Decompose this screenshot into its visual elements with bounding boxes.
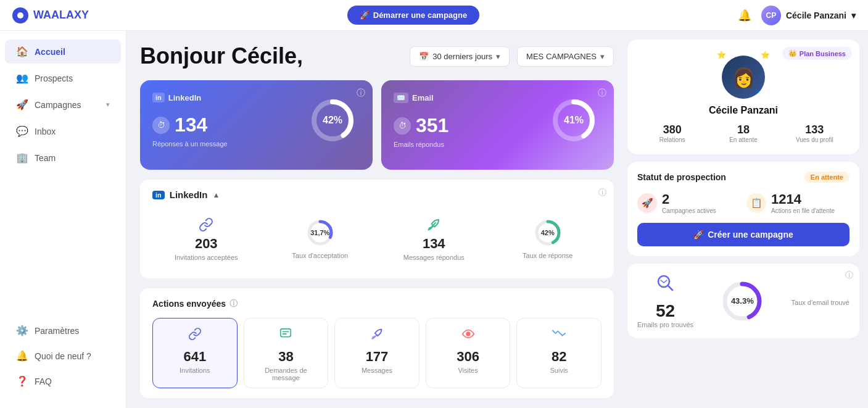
right-panel: 👑 Plan Business ⭐ 👩 in ⭐ Cécile Panzani … bbox=[627, 31, 868, 408]
email-card-left: ✉️ Email ⏱ 351 Emails répondus bbox=[394, 93, 448, 148]
linkedin-stats-grid: 203 Invitations acceptées 31,7% bbox=[152, 210, 601, 269]
home-icon: 🏠 bbox=[16, 46, 28, 57]
create-campaign-button[interactable]: 🚀 Créer une campagne bbox=[637, 223, 849, 246]
linkedin-stat-messages: 134 Messages répondus bbox=[380, 210, 488, 269]
active-campaigns-label: Campagnes actives bbox=[662, 207, 716, 214]
email-finder-left: 52 Emails pro trouvés bbox=[637, 273, 693, 328]
star-right-icon: ⭐ bbox=[761, 51, 770, 59]
profile-avatar-wrap: ⭐ 👩 in ⭐ bbox=[722, 56, 765, 99]
email-platform: ✉️ Email bbox=[394, 93, 448, 103]
linkedin-stat-response-rate: 42% Taux de réponse bbox=[494, 210, 602, 269]
demandes-action-label: Demandes de message bbox=[250, 367, 322, 381]
action-invitations[interactable]: 641 Invitations bbox=[152, 318, 238, 388]
response-rate-label: 42% bbox=[541, 229, 555, 236]
sidebar-item-accueil[interactable]: 🏠 Accueil bbox=[5, 40, 121, 64]
visites-icon bbox=[432, 327, 504, 344]
sidebar-item-label: Accueil bbox=[35, 47, 65, 57]
period-filter-button[interactable]: 📅 30 derniers jours ▾ bbox=[410, 46, 510, 67]
linkedin-badge: in bbox=[152, 93, 165, 102]
visites-count: 306 bbox=[432, 349, 504, 365]
linkedin-platform: in LinkedIn bbox=[152, 93, 228, 102]
suivis-icon bbox=[523, 327, 595, 344]
response-donut: 42% bbox=[499, 217, 597, 248]
linkedin-stat-invitations: 203 Invitations acceptées bbox=[152, 210, 260, 269]
stat-cards-row: in LinkedIn ⏱ 134 Réponses à un message bbox=[140, 80, 614, 170]
acceptance-donut: 31,7% bbox=[271, 217, 370, 248]
action-visites[interactable]: 306 Visites bbox=[426, 318, 511, 388]
prospection-title: Statut de prospection bbox=[637, 172, 726, 182]
suivis-action-label: Suivis bbox=[523, 367, 595, 374]
sidebar-item-whats-new[interactable]: 🔔 Quoi de neuf ? bbox=[5, 344, 121, 368]
sidebar: 🏠 Accueil 👥 Prospects 🚀 Campagnes ▾ 💬 In… bbox=[0, 31, 126, 408]
linkedin-stat-card: in LinkedIn ⏱ 134 Réponses à un message bbox=[140, 80, 373, 170]
period-label: 30 derniers jours bbox=[432, 52, 492, 61]
linkedin-stat-icon: ⏱ bbox=[152, 117, 170, 134]
logo-text: WAALAXY bbox=[33, 9, 89, 22]
actions-info-icon: ⓘ bbox=[229, 298, 238, 309]
linkedin-card-info-button[interactable]: ⓘ bbox=[357, 88, 365, 99]
email-stat-card: ✉️ Email ⏱ 351 Emails répondus bbox=[381, 80, 614, 170]
linkedin-stat-acceptance-rate: 31,7% Taux d'acceptation bbox=[267, 210, 374, 269]
profile-stat-pending: 18 En attente bbox=[709, 123, 777, 143]
linkedin-donut: 42% bbox=[305, 93, 360, 148]
pending-label: En attente bbox=[709, 136, 777, 143]
sidebar-item-campagnes[interactable]: 🚀 Campagnes ▾ bbox=[5, 93, 121, 117]
action-demandes[interactable]: 38 Demandes de message bbox=[244, 318, 329, 388]
sidebar-item-faq[interactable]: ❓ FAQ bbox=[5, 369, 121, 393]
queue-number: 1214 bbox=[771, 191, 835, 207]
linkedin-donut-label: 42% bbox=[323, 115, 342, 126]
profile-card: 👑 Plan Business ⭐ 👩 in ⭐ Cécile Panzani … bbox=[627, 40, 859, 154]
action-suivis[interactable]: 82 Suivis bbox=[516, 318, 601, 388]
profile-stat-views: 133 Vues du profil bbox=[781, 123, 848, 143]
queue-info: 1214 Actions en file d'attente bbox=[771, 191, 835, 214]
email-stat-label: Emails répondus bbox=[394, 141, 448, 148]
sidebar-item-inbox[interactable]: 💬 Inbox bbox=[5, 119, 121, 143]
user-menu-button[interactable]: CP Cécile Panzani ▾ bbox=[761, 6, 856, 25]
settings-icon: ⚙️ bbox=[16, 325, 28, 336]
prospects-icon: 👥 bbox=[16, 72, 28, 84]
section-chevron-icon[interactable]: ▲ bbox=[212, 191, 220, 199]
linkedin-stat-label: Réponses à un message bbox=[152, 140, 228, 148]
messages-label: Messages répondus bbox=[385, 254, 483, 261]
calendar-icon: 📅 bbox=[419, 52, 429, 61]
pending-number: 18 bbox=[709, 123, 777, 136]
invitations-label: Invitations acceptées bbox=[157, 254, 255, 261]
start-campaign-button[interactable]: 🚀 Démarrer une campagne bbox=[347, 6, 479, 25]
svg-rect-9 bbox=[281, 329, 291, 337]
email-finder-content: 52 Emails pro trouvés 43.3% Taux d'email… bbox=[637, 273, 849, 328]
svg-point-10 bbox=[466, 331, 470, 336]
messages-action-label: Messages bbox=[341, 367, 413, 374]
sidebar-item-team[interactable]: 🏢 Team bbox=[5, 146, 121, 170]
linkedin-section-info-button[interactable]: ⓘ bbox=[598, 187, 606, 198]
invitations-icon bbox=[159, 327, 231, 344]
avatar: CP bbox=[761, 6, 781, 25]
sidebar-item-label: Campagnes bbox=[35, 100, 81, 110]
bell-icon: 🔔 bbox=[16, 350, 28, 362]
faq-icon: ❓ bbox=[16, 375, 28, 387]
sidebar-item-label: Paramètres bbox=[35, 326, 79, 336]
sidebar-bottom: ⚙️ Paramètres 🔔 Quoi de neuf ? ❓ FAQ bbox=[0, 317, 126, 401]
linkedin-corner-badge: in bbox=[756, 90, 765, 98]
action-messages[interactable]: 177 Messages bbox=[334, 318, 420, 388]
logo-icon bbox=[12, 7, 28, 23]
campaigns-filter-button[interactable]: MES CAMPAGNES ▾ bbox=[517, 46, 614, 67]
email-rate-info: Taux d'email trouvé bbox=[792, 296, 849, 306]
email-finder-info-button[interactable]: ⓘ bbox=[845, 270, 853, 281]
sidebar-item-prospects[interactable]: 👥 Prospects bbox=[5, 66, 121, 90]
linkedin-section: in LinkedIn ▲ 203 Invitati bbox=[140, 180, 614, 278]
actions-grid: 641 Invitations 38 Demandes de message bbox=[152, 318, 601, 388]
response-rate-desc: Taux de réponse bbox=[499, 252, 597, 259]
crown-icon: 👑 bbox=[788, 49, 797, 57]
email-card-info-button[interactable]: ⓘ bbox=[598, 88, 606, 99]
prospection-card: Statut de prospection En attente 🚀 2 Cam… bbox=[627, 162, 859, 256]
actions-title: Actions envoyées bbox=[152, 299, 226, 309]
inbox-icon: 💬 bbox=[16, 125, 28, 137]
sidebar-item-parametres[interactable]: ⚙️ Paramètres bbox=[5, 318, 121, 343]
messages-number: 134 bbox=[385, 236, 483, 252]
acceptance-rate-label: 31,7% bbox=[310, 229, 329, 236]
emails-found-number: 52 bbox=[637, 301, 693, 321]
invitations-count: 641 bbox=[159, 349, 231, 365]
page-title: Bonjour Cécile, bbox=[140, 43, 402, 69]
prospection-header: Statut de prospection En attente bbox=[637, 172, 849, 183]
notification-button[interactable]: 🔔 bbox=[738, 9, 751, 22]
